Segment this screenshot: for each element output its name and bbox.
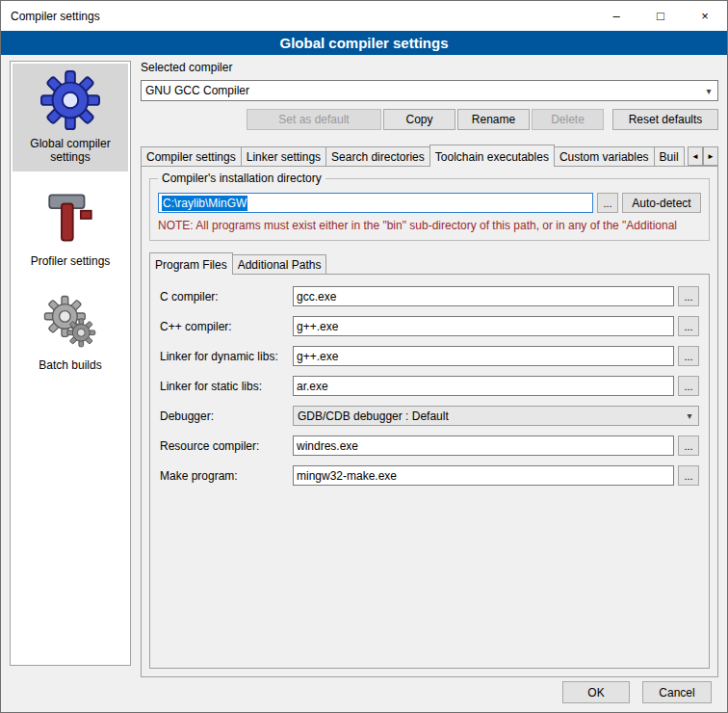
window-title: Compiler settings bbox=[1, 10, 594, 23]
auto-detect-button[interactable]: Auto-detect bbox=[622, 193, 701, 213]
install-dir-browse-button[interactable]: ... bbox=[597, 193, 618, 213]
compiler-settings-dialog: Compiler settings – □ × Global compiler … bbox=[0, 0, 728, 713]
program-files-tabstrip: Program Files Additional Paths bbox=[149, 252, 710, 274]
maximize-button[interactable]: □ bbox=[638, 1, 683, 31]
tab-search-directories[interactable]: Search directories bbox=[325, 146, 430, 166]
debugger-select[interactable]: GDB/CDB debugger : Default ▾ bbox=[293, 406, 699, 426]
c-compiler-browse-button[interactable]: ... bbox=[678, 286, 699, 306]
tab-scroll-right-icon[interactable]: ► bbox=[703, 146, 718, 166]
profiler-hammer-icon bbox=[39, 187, 101, 249]
chevron-down-icon: ▾ bbox=[681, 410, 698, 421]
close-button[interactable]: × bbox=[683, 1, 727, 31]
form-row-debugger: Debugger: GDB/CDB debugger : Default ▾ bbox=[160, 406, 699, 426]
sidebar-item-batch-builds[interactable]: Batch builds bbox=[13, 285, 128, 380]
resource-compiler-browse-button[interactable]: ... bbox=[678, 436, 699, 456]
debugger-label: Debugger: bbox=[160, 409, 293, 423]
cpp-compiler-browse-button[interactable]: ... bbox=[678, 316, 699, 336]
static-linker-browse-button[interactable]: ... bbox=[678, 376, 699, 396]
chevron-down-icon: ▾ bbox=[700, 86, 717, 96]
sidebar-item-label: Batch builds bbox=[39, 358, 101, 372]
dynamic-linker-input[interactable] bbox=[293, 346, 674, 366]
copy-button[interactable]: Copy bbox=[383, 109, 455, 130]
tab-toolchain-executables[interactable]: Toolchain executables bbox=[429, 145, 555, 167]
sidebar-item-profiler-settings[interactable]: Profiler settings bbox=[13, 181, 128, 276]
tab-build-options[interactable]: Buil bbox=[654, 146, 685, 166]
form-row-make-program: Make program: ... bbox=[160, 465, 699, 486]
c-compiler-input[interactable] bbox=[293, 286, 674, 306]
form-row-cpp-compiler: C++ compiler: ... bbox=[160, 316, 699, 336]
selected-compiler-label: Selected compiler bbox=[141, 61, 718, 76]
installation-directory-title: Compiler's installation directory bbox=[158, 172, 325, 185]
set-as-default-button: Set as default bbox=[247, 109, 381, 130]
tab-program-files[interactable]: Program Files bbox=[149, 252, 233, 275]
selected-compiler-value: GNU GCC Compiler bbox=[145, 84, 700, 97]
install-dir-value: C:\raylib\MinGW bbox=[162, 196, 247, 211]
form-row-dynamic-linker: Linker for dynamic libs: ... bbox=[160, 346, 699, 366]
tab-compiler-settings[interactable]: Compiler settings bbox=[141, 146, 242, 166]
ok-button[interactable]: OK bbox=[562, 681, 630, 703]
dynamic-linker-label: Linker for dynamic libs: bbox=[160, 350, 293, 363]
program-files-panel: C compiler: ... C++ compiler: ... Linker… bbox=[149, 274, 710, 669]
sidebar-item-label: Global compiler settings bbox=[15, 137, 125, 164]
batch-gears-icon bbox=[39, 291, 101, 353]
cpp-compiler-label: C++ compiler: bbox=[160, 320, 293, 333]
titlebar: Compiler settings – □ × bbox=[1, 1, 727, 31]
form-row-static-linker: Linker for static libs: ... bbox=[160, 376, 699, 396]
tab-custom-variables[interactable]: Custom variables bbox=[554, 146, 655, 166]
make-program-label: Make program: bbox=[160, 469, 293, 483]
minimize-button[interactable]: – bbox=[594, 1, 638, 31]
blue-gear-icon bbox=[39, 69, 101, 131]
tab-linker-settings[interactable]: Linker settings bbox=[241, 146, 326, 166]
make-program-browse-button[interactable]: ... bbox=[678, 465, 699, 486]
page-title: Global compiler settings bbox=[1, 31, 727, 55]
dynamic-linker-browse-button[interactable]: ... bbox=[678, 346, 699, 366]
reset-defaults-button[interactable]: Reset defaults bbox=[612, 109, 718, 130]
form-row-c-compiler: C compiler: ... bbox=[160, 286, 699, 306]
static-linker-label: Linker for static libs: bbox=[160, 380, 293, 393]
debugger-value: GDB/CDB debugger : Default bbox=[298, 409, 681, 423]
form-row-resource-compiler: Resource compiler: ... bbox=[160, 436, 699, 456]
selected-compiler-select[interactable]: GNU GCC Compiler ▾ bbox=[141, 80, 718, 101]
c-compiler-label: C compiler: bbox=[160, 290, 293, 304]
installation-directory-row: C:\raylib\MinGW ... Auto-detect bbox=[158, 193, 701, 213]
main-content: Selected compiler GNU GCC Compiler ▾ Set… bbox=[141, 61, 718, 677]
rename-button[interactable]: Rename bbox=[457, 109, 530, 130]
settings-tabstrip: Compiler settings Linker settings Search… bbox=[141, 145, 718, 166]
settings-sidebar: Global compiler settings Profiler settin… bbox=[10, 61, 131, 666]
compiler-button-row: Set as default Copy Rename Delete Reset … bbox=[141, 109, 718, 130]
tab-scroll-left-icon[interactable]: ◄ bbox=[688, 146, 703, 166]
sidebar-item-global-compiler-settings[interactable]: Global compiler settings bbox=[13, 64, 128, 172]
resource-compiler-label: Resource compiler: bbox=[160, 439, 293, 453]
toolchain-executables-panel: Compiler's installation directory C:\ray… bbox=[141, 166, 718, 677]
cancel-button[interactable]: Cancel bbox=[642, 681, 712, 703]
dialog-footer: OK Cancel bbox=[562, 681, 712, 703]
resource-compiler-input[interactable] bbox=[293, 436, 674, 456]
cpp-compiler-input[interactable] bbox=[293, 316, 674, 336]
tab-additional-paths[interactable]: Additional Paths bbox=[232, 254, 327, 274]
installation-directory-group: Compiler's installation directory C:\ray… bbox=[149, 178, 710, 241]
bin-subdirectory-note: NOTE: All programs must exist either in … bbox=[158, 219, 701, 232]
static-linker-input[interactable] bbox=[293, 376, 674, 396]
make-program-input[interactable] bbox=[293, 465, 674, 486]
delete-button: Delete bbox=[532, 109, 604, 130]
tab-scroll-arrows: ◄ ► bbox=[688, 146, 718, 166]
install-dir-input[interactable]: C:\raylib\MinGW bbox=[158, 193, 593, 213]
sidebar-item-label: Profiler settings bbox=[31, 254, 111, 268]
